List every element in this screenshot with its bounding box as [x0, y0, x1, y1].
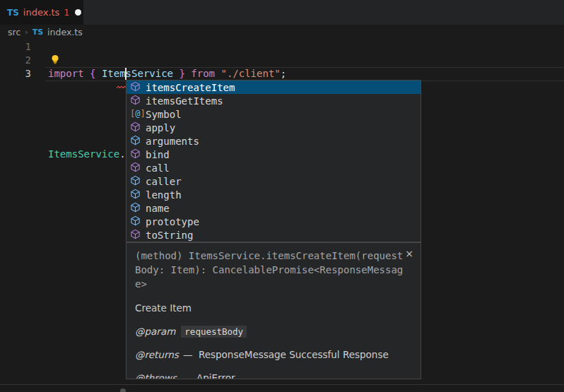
suggest-widget: itemsCreateItemitemsGetItems[@]Symbolapp… — [126, 80, 421, 242]
symbol-method-icon — [130, 121, 141, 134]
suggestion-itemsGetItems[interactable]: itemsGetItems — [127, 94, 421, 107]
token-punct: ; — [281, 68, 286, 79]
vscode-editor-window: TS index.ts 1 src › TS index.ts 123 impo… — [0, 0, 564, 392]
panel-divider — [0, 384, 564, 385]
doc-tag-line: @returns — ResponseMessage Successful Re… — [135, 349, 412, 360]
symbol-method-icon — [130, 95, 141, 107]
suggestion-call[interactable]: call — [127, 161, 421, 174]
tab-error-count: 1 — [64, 8, 69, 18]
line-number: 1 — [0, 40, 31, 54]
lightbulb-icon[interactable] — [50, 54, 60, 68]
suggestion-label: call — [146, 162, 170, 174]
symbol-method-icon — [130, 148, 141, 161]
token-brace: } — [173, 68, 185, 79]
typescript-file-icon: TS — [33, 28, 43, 37]
breadcrumb-folder[interactable]: src — [8, 27, 20, 37]
suggest-docs-panel: × (method) ItemsService.itemsCreateItem(… — [126, 242, 421, 379]
dash-separator: — — [180, 349, 196, 360]
symbol-field-icon — [130, 135, 141, 148]
signature-line: (method) ItemsService.itemsCreateItem(re… — [135, 249, 412, 263]
token-punct: . — [119, 148, 125, 160]
suggestion-name[interactable]: name — [127, 201, 421, 215]
symbol-field-icon — [130, 189, 141, 201]
doc-tag-text: ApiError — [196, 372, 235, 379]
suggestion-itemsCreateItem[interactable]: itemsCreateItem — [127, 81, 421, 94]
doc-summary: Create Item — [135, 302, 412, 314]
signature-line: Body: Item): CancelablePromise<ResponseM… — [135, 263, 412, 277]
doc-tag-line: @throws — ApiError — [135, 372, 412, 379]
suggestion-bind[interactable]: bind — [127, 148, 421, 161]
suggestion-Symbol[interactable]: [@]Symbol — [127, 107, 421, 121]
doc-tag-name: @returns — [135, 349, 179, 360]
suggestion-label: toString — [146, 230, 193, 241]
suggestion-prototype[interactable]: prototype — [127, 215, 421, 228]
code-line-1[interactable]: import { ItemsService } from "./client"; — [48, 67, 286, 81]
symbol-field-icon — [130, 202, 141, 215]
suggestion-label: bind — [146, 149, 170, 160]
hover-dot — [120, 388, 126, 392]
symbol-method-icon — [130, 81, 141, 94]
doc-tag-name: @param — [135, 326, 175, 337]
token-brace: { — [90, 68, 102, 79]
param-name-chip: requestBody — [181, 326, 247, 338]
token-class: ItemsService — [48, 148, 119, 160]
typescript-file-icon: TS — [7, 8, 19, 18]
suggestion-arguments[interactable]: arguments — [127, 134, 421, 148]
breadcrumb: src › TS index.ts — [0, 25, 564, 40]
close-icon[interactable]: × — [405, 248, 413, 259]
tab-index-ts[interactable]: TS index.ts 1 — [0, 0, 83, 25]
suggestion-label: itemsCreateItem — [146, 82, 235, 93]
suggestion-label: Symbol — [146, 109, 182, 120]
doc-tag-name: @throws — [135, 372, 177, 379]
suggestion-label: itemsGetItems — [146, 95, 223, 107]
token-keyword: import — [48, 68, 90, 79]
suggestion-label: caller — [146, 176, 182, 187]
suggestion-caller[interactable]: caller — [127, 174, 421, 188]
signature-line: e> — [135, 277, 412, 291]
line-number: 3 — [0, 67, 31, 81]
doc-tag-text: ResponseMessage Successful Response — [199, 349, 389, 360]
suggestion-label: length — [146, 189, 182, 201]
symbol-field-icon — [130, 215, 141, 228]
error-squiggle — [117, 78, 127, 92]
tab-bar: TS index.ts 1 — [0, 0, 564, 25]
doc-tags: @paramrequestBody@returns — ResponseMess… — [135, 326, 412, 379]
line-number-gutter: 123 — [0, 40, 31, 81]
suggestion-label: prototype — [146, 216, 199, 227]
suggestion-toString[interactable]: toString — [127, 228, 421, 242]
suggestion-apply[interactable]: apply — [127, 121, 421, 134]
method-signature: (method) ItemsService.itemsCreateItem(re… — [135, 249, 412, 291]
suggestion-label: name — [146, 203, 170, 214]
token-variable: ItemsService — [102, 68, 173, 79]
chevron-right-icon: › — [25, 28, 28, 37]
symbol-method-icon — [130, 162, 141, 174]
modified-dot-icon[interactable] — [75, 9, 81, 16]
breadcrumb-file[interactable]: index.ts — [47, 27, 83, 37]
line-number: 2 — [0, 54, 31, 67]
doc-tag-line: @paramrequestBody — [135, 326, 412, 337]
token-string: "./client" — [221, 68, 280, 79]
symbol-property-icon: [@] — [130, 109, 141, 119]
suggestion-label: apply — [146, 122, 175, 133]
suggestion-length[interactable]: length — [127, 188, 421, 201]
tab-label: index.ts — [23, 7, 60, 18]
suggestion-label: arguments — [146, 136, 199, 147]
token-keyword: from — [185, 68, 221, 79]
dash-separator: — — [178, 372, 194, 379]
symbol-field-icon — [130, 175, 141, 188]
symbol-method-icon — [130, 229, 141, 242]
